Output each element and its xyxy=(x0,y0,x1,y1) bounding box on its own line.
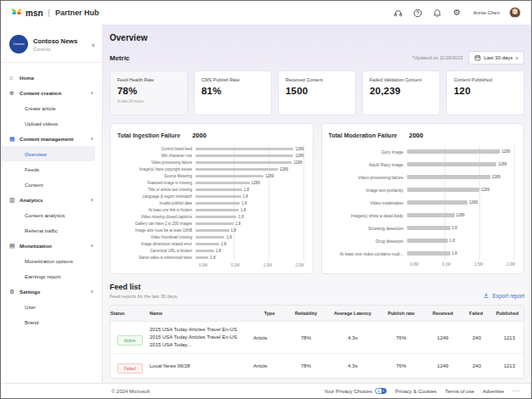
bar-row[interactable]: Image dimension related error 1.8 xyxy=(117,240,304,247)
help-icon[interactable] xyxy=(413,8,423,18)
metric-cards: Feed Health Rate 78% In last 24 hours CM… xyxy=(110,70,524,115)
nav-item[interactable]: ⚙ Settings ∧ xyxy=(1,284,102,299)
bar-label: Language & region mismatch xyxy=(117,194,195,199)
bar-row[interactable]: At least one link is broken 1.8 xyxy=(117,206,304,213)
axis-tick: 0.1M xyxy=(231,263,240,267)
column-header[interactable]: Publish rate xyxy=(379,306,423,321)
metric-card[interactable]: Content Published 120 xyxy=(446,70,524,115)
bar xyxy=(407,200,467,205)
nav-item[interactable]: Overview xyxy=(1,146,95,161)
export-report-link[interactable]: Export report xyxy=(483,292,524,299)
date-range-dropdown[interactable]: Last 30 days ∨ xyxy=(468,51,524,65)
bar-row[interactable]: Invalid publish date 1.8 xyxy=(117,200,304,206)
bar-row[interactable]: Video missing closed captions 1.8 xyxy=(117,213,304,220)
x-axis: 0.0M0.1M1.5M2.0M xyxy=(199,263,304,267)
feed-reliability: 78% xyxy=(286,331,326,345)
column-header[interactable]: Published xyxy=(491,306,524,321)
bar-label: Title or article text missing xyxy=(117,188,195,192)
bar-row[interactable]: Featured image is missing 1289 xyxy=(117,179,304,186)
feed-failed: 240 xyxy=(462,359,491,373)
bar-row[interactable]: At least one video contains nudi... 1.8 xyxy=(329,247,516,260)
bar-row[interactable]: Image text profanity 1289 xyxy=(329,183,516,196)
nav-item-label: Content management xyxy=(20,136,73,142)
bar-value: 1.8 xyxy=(226,235,231,239)
privacy-cookies-link[interactable]: Privacy & Cookies xyxy=(395,389,437,394)
bar-label: Gallery can have 2 to 200 images xyxy=(117,222,195,226)
nav-item[interactable]: ▥ Analytics ∧ xyxy=(1,192,102,207)
terms-of-use-link[interactable]: Terms of use xyxy=(445,389,474,394)
bar-row[interactable]: Image(s) have copyright issues 1289 xyxy=(117,166,304,172)
bar-row[interactable]: Drug detection 1.8 xyxy=(329,234,516,247)
nav-item[interactable]: Brand xyxy=(1,314,102,329)
metric-card[interactable]: Received Content 1500 xyxy=(278,70,356,115)
nav-item[interactable]: Create article xyxy=(1,100,102,115)
bar xyxy=(407,149,501,154)
bar-row[interactable]: Language & region mismatch 1.8 xyxy=(117,193,304,200)
nav-item[interactable]: Upload videos xyxy=(1,115,102,131)
column-header[interactable]: Name xyxy=(150,306,253,321)
bar xyxy=(195,236,224,239)
nav-item[interactable]: User xyxy=(1,299,102,314)
column-header[interactable]: Reliability xyxy=(286,306,326,321)
bar-row[interactable]: Control listed feed 1289 xyxy=(117,145,304,152)
bar-row[interactable]: Title or article text missing 1.8 xyxy=(117,186,304,193)
bar-row[interactable]: Image(s) show a dead body 1289 xyxy=(329,209,516,222)
nav-item-icon: ▤ xyxy=(9,243,20,249)
bar-row[interactable]: Canonical URL is broken 1.8 xyxy=(117,247,304,254)
chart-total: 2000 xyxy=(192,132,207,139)
notifications-icon[interactable] xyxy=(433,8,443,18)
bar-row[interactable]: Smoking detection 1.8 xyxy=(329,222,516,234)
axis-tick: 1.5M xyxy=(263,263,272,267)
bar-row[interactable]: Min character rule 1289 xyxy=(117,152,304,159)
nav-item[interactable]: ▦ Content management ∧ xyxy=(1,131,102,146)
column-header[interactable]: Status xyxy=(110,306,150,321)
footer: © 2024 Microsoft Your Privacy Choices Pr… xyxy=(1,383,531,398)
bar xyxy=(195,202,240,205)
bar xyxy=(195,195,241,198)
metric-note: In last 24 hours xyxy=(117,99,180,104)
metric-card[interactable]: CMS Publish Rate 81% xyxy=(194,70,272,115)
nav-item[interactable]: Monetization options xyxy=(1,253,102,268)
bar xyxy=(195,188,242,191)
bar-row[interactable]: Adult/ Racy image 1289 xyxy=(329,158,516,171)
nav-item[interactable]: Earnings report xyxy=(1,268,102,284)
metric-value: 20,239 xyxy=(370,86,433,96)
metric-card[interactable]: Feed Health Rate 78% In last 24 hours xyxy=(110,70,188,115)
bar-row[interactable]: Video processing failure 1289 xyxy=(117,159,304,166)
msn-logo[interactable]: msn | Partner Hub xyxy=(11,5,99,20)
bar-value: 1289 xyxy=(481,188,490,192)
bar-label: At least one video contains nudi... xyxy=(329,251,407,256)
column-header[interactable]: Failed xyxy=(462,306,491,321)
nav-item[interactable]: Content xyxy=(1,177,102,192)
bar-row[interactable]: Video thumbnail missing 1.8 xyxy=(117,233,304,240)
nav-item[interactable]: Content analytics xyxy=(1,207,102,222)
nav-item[interactable]: ▤ Monetization ∧ xyxy=(1,238,102,253)
bar-row[interactable]: Gory image 1289 xyxy=(329,145,516,158)
metric-card[interactable]: Failed Validation Content 20,239 xyxy=(362,70,440,115)
column-header[interactable]: Received xyxy=(423,306,462,321)
bar-row[interactable]: Same video is referenced twice 1.8 xyxy=(117,254,304,261)
nav-item-label: Content creation xyxy=(20,90,61,96)
settings-icon[interactable]: ⚙ xyxy=(452,8,462,18)
advertise-link[interactable]: Advertise xyxy=(483,389,504,394)
bar-row[interactable]: Gallery can have 2 to 200 images 1.8 xyxy=(117,220,304,227)
bar-row[interactable]: Source Metering 1289 xyxy=(117,172,304,179)
table-row[interactable]: Active 2015 USA Today Articles Travel En… xyxy=(110,321,524,353)
headset-icon[interactable] xyxy=(393,8,404,18)
table-row[interactable]: Failed Local News 06/28 Article 78% 4.3s… xyxy=(110,353,524,378)
bar-row[interactable]: Image size must be at least 10KB 1.8 xyxy=(117,227,304,233)
privacy-choices-link[interactable]: Your Privacy Choices xyxy=(324,388,387,394)
nav-item[interactable]: Feeds xyxy=(1,161,102,177)
bar-row[interactable]: Video moderation 1289 xyxy=(329,196,516,209)
nav-item[interactable]: ⌂ Home xyxy=(1,70,102,85)
user-avatar[interactable] xyxy=(509,7,521,19)
logo-divider: | xyxy=(48,8,50,17)
more-links-button[interactable]: ··· xyxy=(512,388,521,394)
column-header[interactable]: Type xyxy=(253,306,286,321)
column-header[interactable]: Average Latency xyxy=(326,306,379,321)
bar-label: Video thumbnail missing xyxy=(117,235,195,239)
nav-item[interactable]: Referral traffic xyxy=(1,222,102,238)
workspace-selector[interactable]: Contoso Contoso News Contoso ∨ xyxy=(1,25,102,63)
bar-row[interactable]: Video processing failure 1289 xyxy=(329,171,516,183)
nav-item[interactable]: ⊕ Content creation ∧ xyxy=(1,85,102,100)
